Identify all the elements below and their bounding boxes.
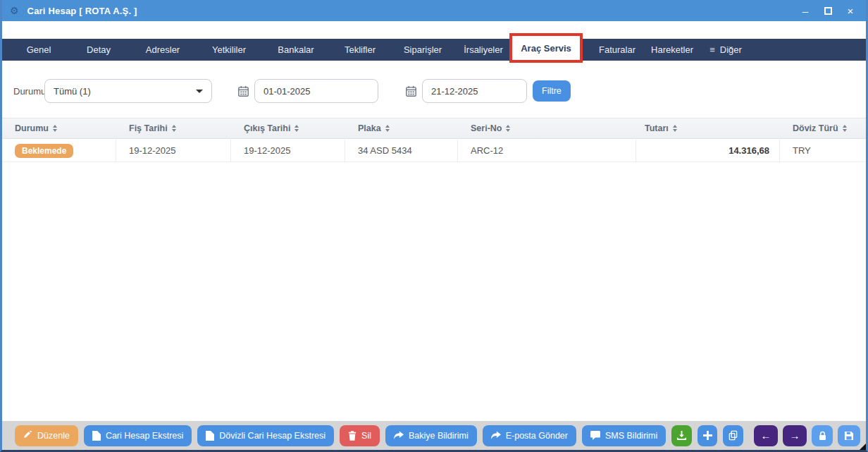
close-button[interactable]: × xyxy=(843,3,858,18)
filter-button[interactable]: Filtre xyxy=(533,80,571,102)
document-icon xyxy=(206,431,214,441)
copy-icon xyxy=(728,430,738,441)
add-button[interactable] xyxy=(698,425,718,446)
tab-arac-servis-active-highlighted[interactable]: Araç Servis xyxy=(509,33,583,63)
tab-teklifler[interactable]: Teklifler xyxy=(345,39,376,61)
status-select-value: Tümü (1) xyxy=(54,86,91,97)
active-tab-label: Araç Servis xyxy=(521,43,571,54)
delete-button[interactable]: Sil xyxy=(340,425,380,446)
hamburger-menu-icon: ≡ xyxy=(709,44,715,55)
tab-faturalar[interactable]: Faturalar xyxy=(599,39,636,61)
tab-diger[interactable]: ≡ Diğer xyxy=(709,39,742,61)
cell-doviz-turu: TRY xyxy=(780,140,866,161)
download-button[interactable] xyxy=(671,425,692,446)
cell-fis-tarihi: 19-12-2025 xyxy=(116,140,231,161)
toolbar-right-group: ← → xyxy=(749,425,860,446)
dovizli-cari-hesap-ekstresi-button[interactable]: Dövizli Cari Hesap Ekstresi xyxy=(197,425,334,446)
column-header-fis-tarihi[interactable]: Fiş Tarihi xyxy=(116,118,231,138)
column-header-doviz-turu[interactable]: Döviz Türü xyxy=(780,118,866,138)
edit-button[interactable]: Düzenle xyxy=(15,425,78,446)
titlebar: ⚙ Cari Hesap [ ROTA A.Ş. ] – × xyxy=(0,0,868,21)
lock-icon xyxy=(818,431,827,441)
table-header: Durumu Fiş Tarihi Çıkış Tarihi Plaka Ser… xyxy=(2,118,866,139)
download-icon xyxy=(676,430,687,441)
sort-icon xyxy=(53,125,57,132)
pencil-icon xyxy=(23,431,32,440)
tab-irsaliyeler[interactable]: İrsaliyeler xyxy=(464,39,503,61)
bakiye-bildirimi-button[interactable]: Bakiye Bildirimi xyxy=(385,425,477,446)
share-arrow-icon xyxy=(491,431,501,440)
chat-bubble-icon xyxy=(590,431,600,440)
window-controls: – × xyxy=(798,3,868,18)
maximize-icon xyxy=(824,7,832,15)
table-row[interactable]: Beklemede 19-12-2025 19-12-2025 34 ASD 5… xyxy=(2,140,866,162)
previous-record-button[interactable]: ← xyxy=(754,425,778,446)
cell-durumu: Beklemede xyxy=(2,140,116,161)
minimize-button[interactable]: – xyxy=(798,3,813,18)
arrow-left-icon: ← xyxy=(761,430,771,441)
status-select[interactable]: Tümü (1) xyxy=(44,79,212,103)
tab-hareketler[interactable]: Hareketler xyxy=(651,39,693,61)
tab-detay[interactable]: Detay xyxy=(87,39,111,61)
share-arrow-icon xyxy=(394,431,404,440)
date-from-calendar-icon[interactable] xyxy=(235,83,252,99)
trash-icon xyxy=(348,431,356,441)
cari-hesap-ekstresi-button[interactable]: Cari Hesap Ekstresi xyxy=(84,425,192,446)
date-from-input[interactable] xyxy=(254,79,378,103)
date-to-input[interactable] xyxy=(422,79,527,103)
column-header-tutari[interactable]: Tutarı xyxy=(636,118,780,138)
cell-tutari: 14.316,68 xyxy=(636,140,780,161)
sort-icon xyxy=(172,125,176,132)
tab-yetkililer[interactable]: Yetkililer xyxy=(212,39,246,61)
floppy-disk-icon xyxy=(844,431,854,441)
sort-icon xyxy=(385,125,390,132)
lock-button[interactable] xyxy=(812,425,833,446)
sort-icon xyxy=(673,125,677,132)
tab-genel[interactable]: Genel xyxy=(27,39,51,61)
chevron-down-icon xyxy=(196,90,203,93)
sms-bildirimi-button[interactable]: SMS Bildirimi xyxy=(582,425,666,446)
sort-icon xyxy=(843,125,847,132)
cell-cikis-tarihi: 19-12-2025 xyxy=(231,140,345,161)
column-header-seri-no[interactable]: Seri-No xyxy=(458,118,636,138)
tab-bankalar[interactable]: Bankalar xyxy=(278,39,314,61)
next-record-button[interactable]: → xyxy=(783,425,807,446)
resize-grip[interactable] xyxy=(857,441,868,452)
tab-adresler[interactable]: Adresler xyxy=(146,39,180,61)
window-title: Cari Hesap [ ROTA A.Ş. ] xyxy=(27,6,137,16)
maximize-button[interactable] xyxy=(820,3,836,18)
cari-hesap-window: ⚙ Cari Hesap [ ROTA A.Ş. ] – × Genel Det… xyxy=(0,0,868,452)
document-icon xyxy=(92,431,101,441)
plus-icon xyxy=(703,431,712,440)
gear-icon: ⚙ xyxy=(10,6,19,16)
status-badge: Beklemede xyxy=(15,144,73,158)
column-header-plaka[interactable]: Plaka xyxy=(345,118,458,138)
copy-button[interactable] xyxy=(723,425,743,446)
column-header-durumu[interactable]: Durumu xyxy=(2,118,116,138)
status-filter-label: Durumu: xyxy=(13,86,49,97)
bottom-toolbar: Düzenle Cari Hesap Ekstresi Dövizli Cari… xyxy=(2,421,866,450)
tab-bar: Genel Detay Adresler Yetkililer Bankalar… xyxy=(2,39,866,61)
date-to-calendar-icon[interactable] xyxy=(402,83,419,99)
sort-icon xyxy=(506,125,510,132)
sort-icon xyxy=(294,125,299,132)
column-header-cikis-tarihi[interactable]: Çıkış Tarihi xyxy=(231,118,345,138)
tab-siparisler[interactable]: Siparişler xyxy=(404,39,442,61)
eposta-gonder-button[interactable]: E-posta Gönder xyxy=(483,425,576,446)
arrow-right-icon: → xyxy=(790,430,800,441)
cell-seri-no: ARC-12 xyxy=(458,140,636,161)
cell-plaka: 34 ASD 5434 xyxy=(345,140,458,161)
